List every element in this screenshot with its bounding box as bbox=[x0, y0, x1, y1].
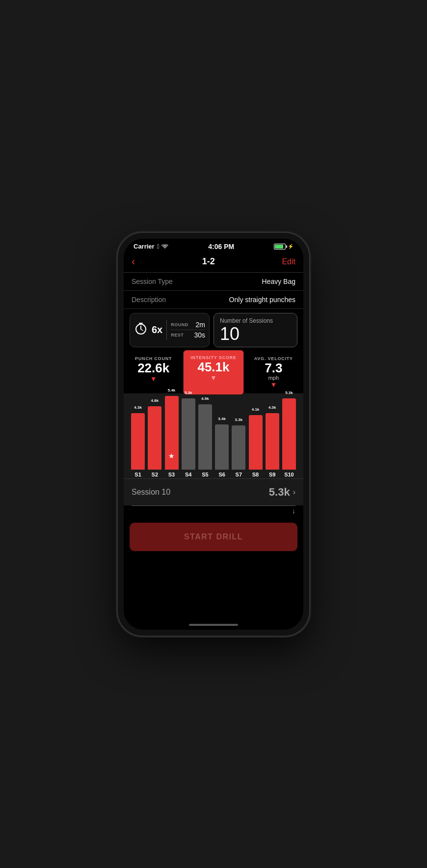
session-type-label: Session Type bbox=[132, 278, 173, 285]
session-type-value: Heavy Bag bbox=[262, 278, 295, 285]
bar-group-s4[interactable]: 5.3kS4 bbox=[180, 398, 197, 477]
bar-value-s2: 4.8k bbox=[151, 398, 159, 403]
bar-wrapper-s7: 3.3k bbox=[230, 425, 247, 470]
sessions-box[interactable]: Number of Sessions 10 bbox=[214, 313, 297, 347]
bar-value-s4: 5.3k bbox=[185, 391, 192, 395]
bar-value-s10: 5.3k bbox=[285, 391, 293, 395]
intensity-score-label: INTENSITY SCORE bbox=[187, 355, 239, 360]
bar-s3: 5.4k★ bbox=[165, 396, 179, 470]
bar-group-s5[interactable]: 4.9kS5 bbox=[197, 404, 214, 477]
timer-repeats: 6x bbox=[152, 324, 162, 336]
status-left: Carrier  bbox=[133, 243, 168, 250]
session-selected-row[interactable]: Session 10 5.3k › bbox=[124, 478, 303, 505]
intensity-score-value: 45.1k bbox=[187, 360, 239, 374]
nav-bar: ‹ 1-2 Edit bbox=[124, 252, 303, 273]
avg-velocity-label: AVG. VELOCITY bbox=[248, 356, 299, 361]
phone-frame: Carrier  4:06 PM ⚡ ‹ bbox=[118, 233, 309, 636]
edit-button[interactable]: Edit bbox=[282, 257, 295, 266]
chart-area: 4.3kS14.8kS25.4k★S35.3kS44.9kS53.4kS63.3… bbox=[124, 394, 303, 478]
description-label: Description bbox=[132, 296, 166, 304]
session-score-row: 5.3k › bbox=[269, 486, 295, 499]
axis-label-s4: S4 bbox=[185, 472, 191, 477]
back-button[interactable]: ‹ bbox=[132, 255, 135, 268]
description-row: Description Only straight punches bbox=[124, 291, 303, 309]
bar-value-s9: 4.3k bbox=[268, 405, 276, 410]
axis-label-s2: S2 bbox=[152, 472, 158, 477]
bar-group-s1[interactable]: 4.3kS1 bbox=[130, 413, 146, 477]
session-chevron[interactable]: › bbox=[293, 488, 295, 497]
status-right: ⚡ bbox=[274, 244, 294, 250]
sessions-box-label: Number of Sessions bbox=[220, 317, 273, 324]
avg-velocity-value: 7.3 bbox=[248, 361, 299, 375]
metrics-row: PUNCH COUNT 22.6k ▼ INTENSITY SCORE 45.1… bbox=[124, 351, 303, 394]
bar-wrapper-s3: 5.4k★ bbox=[163, 396, 180, 470]
wifi-signal-icon bbox=[161, 244, 168, 249]
punch-count-metric[interactable]: PUNCH COUNT 22.6k ▼ bbox=[124, 351, 184, 394]
session-score: 5.3k bbox=[269, 486, 290, 499]
bar-value-s3: 5.4k bbox=[168, 388, 176, 392]
avg-velocity-unit: mph bbox=[248, 375, 299, 381]
session-type-row: Session Type Heavy Bag bbox=[124, 273, 303, 291]
start-drill-button[interactable]: START DRILL bbox=[130, 523, 297, 551]
bar-group-s2[interactable]: 4.8kS2 bbox=[146, 406, 163, 477]
home-indicator bbox=[189, 624, 238, 626]
bar-s5: 4.9k bbox=[198, 404, 212, 470]
bar-wrapper-s2: 4.8k bbox=[146, 406, 163, 470]
bar-s2: 4.8k bbox=[148, 406, 161, 470]
axis-label-s10: S10 bbox=[284, 472, 294, 477]
bar-value-s1: 4.3k bbox=[134, 405, 142, 410]
bar-group-s8[interactable]: 4.1kS8 bbox=[247, 415, 264, 477]
nav-title: 1-2 bbox=[202, 256, 215, 267]
intensity-score-arrow: ▼ bbox=[187, 374, 239, 382]
svg-line-2 bbox=[141, 329, 143, 331]
battery-fill bbox=[275, 245, 283, 249]
carrier-label: Carrier bbox=[133, 243, 155, 250]
bar-wrapper-s4: 5.3k bbox=[180, 398, 197, 470]
description-value: Only straight punches bbox=[229, 296, 295, 304]
timer-icon bbox=[134, 322, 148, 338]
status-bar: Carrier  4:06 PM ⚡ bbox=[124, 239, 303, 252]
bar-value-s8: 4.1k bbox=[252, 407, 260, 412]
punch-count-value: 22.6k bbox=[128, 361, 179, 375]
bar-group-s3[interactable]: 5.4k★S3 bbox=[163, 396, 180, 477]
bars-container: 4.3kS14.8kS25.4k★S35.3kS44.9kS53.4kS63.3… bbox=[128, 399, 299, 477]
bar-group-s6[interactable]: 3.4kS6 bbox=[214, 424, 230, 477]
phone-screen: Carrier  4:06 PM ⚡ ‹ bbox=[124, 239, 303, 630]
bar-wrapper-s8: 4.1k bbox=[247, 415, 264, 470]
charging-bolt: ⚡ bbox=[288, 244, 294, 249]
stopwatch-icon bbox=[134, 322, 148, 336]
bar-group-s10[interactable]: 5.3kS10 bbox=[281, 398, 297, 477]
avg-velocity-arrow: ▼ bbox=[248, 381, 299, 389]
punch-count-label: PUNCH COUNT bbox=[128, 356, 179, 361]
axis-label-s9: S9 bbox=[269, 472, 275, 477]
bar-s9: 4.3k bbox=[266, 413, 279, 470]
bar-wrapper-s1: 4.3k bbox=[130, 413, 146, 470]
rest-value: 30s bbox=[194, 331, 205, 339]
bar-s7: 3.3k bbox=[232, 425, 245, 470]
bar-group-s7[interactable]: 3.3kS7 bbox=[230, 425, 247, 477]
intensity-score-metric[interactable]: INTENSITY SCORE 45.1k ▼ bbox=[184, 350, 243, 395]
timer-details: ROUND 2m REST 30s bbox=[166, 320, 205, 340]
battery-icon bbox=[274, 244, 286, 250]
bar-value-s5: 4.9k bbox=[201, 396, 209, 401]
bar-s1: 4.3k bbox=[131, 413, 145, 470]
bar-value-s7: 3.3k bbox=[235, 418, 243, 422]
axis-label-s8: S8 bbox=[252, 472, 259, 477]
round-detail: ROUND 2m bbox=[171, 320, 205, 330]
sessions-box-value: 10 bbox=[220, 325, 240, 343]
session-name: Session 10 bbox=[132, 488, 170, 497]
axis-label-s6: S6 bbox=[218, 472, 225, 477]
bar-s6: 3.4k bbox=[215, 424, 229, 470]
bar-s10: 5.3k bbox=[282, 398, 296, 470]
bar-group-s9[interactable]: 4.3kS9 bbox=[264, 413, 281, 477]
content-area: ‹ 1-2 Edit Session Type Heavy Bag Descri… bbox=[124, 252, 303, 618]
timer-box[interactable]: 6x ROUND 2m REST 30s bbox=[130, 313, 210, 347]
session-arrow-down: ↓ bbox=[124, 506, 303, 518]
axis-label-s5: S5 bbox=[202, 472, 208, 477]
bar-wrapper-s5: 4.9k bbox=[197, 404, 214, 470]
status-time: 4:06 PM bbox=[208, 243, 234, 251]
avg-velocity-metric[interactable]: AVG. VELOCITY 7.3 mph ▼ bbox=[244, 351, 303, 394]
axis-label-s3: S3 bbox=[168, 472, 175, 477]
rest-label: REST bbox=[171, 333, 184, 337]
stats-row: 6x ROUND 2m REST 30s Number of Sessions bbox=[124, 309, 303, 351]
